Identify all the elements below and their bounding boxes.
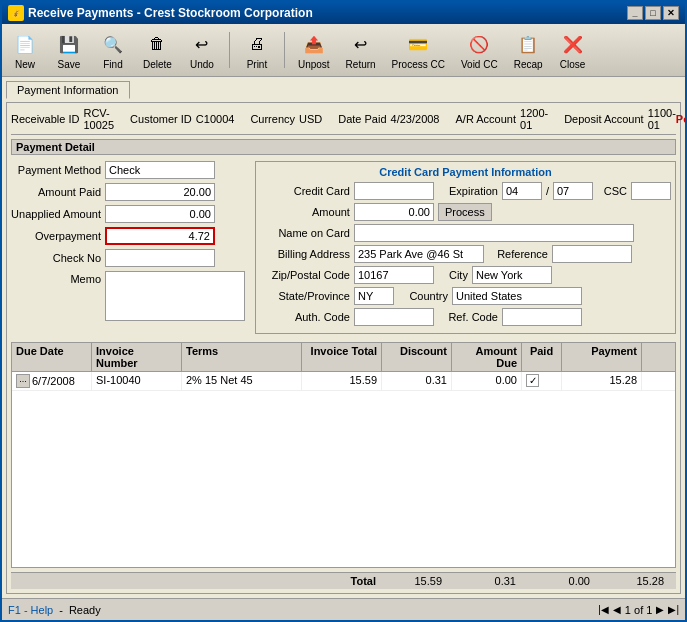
cc-reference-label: Reference bbox=[488, 248, 548, 260]
row-nav-button[interactable]: ··· bbox=[16, 374, 30, 388]
paid-checkbox[interactable]: ✓ bbox=[526, 374, 539, 387]
status-text: Ready bbox=[69, 604, 101, 616]
col-header-payment: Payment bbox=[562, 343, 642, 371]
overpayment-row: Overpayment bbox=[11, 227, 247, 245]
check-no-label: Check No bbox=[11, 252, 101, 264]
help-text: F1 - Help bbox=[8, 604, 53, 616]
cc-name-input[interactable] bbox=[354, 224, 634, 242]
memo-label: Memo bbox=[11, 271, 101, 285]
col-header-due: Amount Due bbox=[452, 343, 522, 371]
last-page-button[interactable]: ▶| bbox=[668, 604, 679, 615]
cc-zip-input[interactable] bbox=[354, 266, 434, 284]
cc-ref-code-label: Ref. Code bbox=[438, 311, 498, 323]
minimize-button[interactable]: _ bbox=[627, 6, 643, 20]
ar-account-value: 1200-01 bbox=[520, 107, 548, 131]
find-button[interactable]: 🔍 Find bbox=[94, 27, 132, 73]
print-button[interactable]: 🖨 Print bbox=[238, 27, 276, 73]
col-header-total: Invoice Total bbox=[302, 343, 382, 371]
cc-billing-label: Billing Address bbox=[260, 248, 350, 260]
void-cc-icon: 🚫 bbox=[465, 30, 493, 58]
currency-group: Currency USD bbox=[250, 113, 322, 125]
status-left: F1 - Help - Ready bbox=[8, 604, 101, 616]
cc-exp-year-input[interactable] bbox=[553, 182, 593, 200]
close-window-button[interactable]: ✕ bbox=[663, 6, 679, 20]
customer-id-value: C10004 bbox=[196, 113, 235, 125]
page-info: 1 of 1 bbox=[625, 604, 653, 616]
void-cc-button[interactable]: 🚫 Void CC bbox=[456, 27, 503, 73]
col-header-invoice: Invoice Number bbox=[92, 343, 182, 371]
return-icon: ↩ bbox=[347, 30, 375, 58]
memo-textarea[interactable] bbox=[105, 271, 245, 321]
left-form: Payment Method Amount Paid Unapplied Amo… bbox=[11, 161, 247, 334]
grid-empty-space bbox=[12, 391, 675, 491]
cc-auth-row: Auth. Code Ref. Code bbox=[260, 308, 671, 326]
amount-paid-label: Amount Paid bbox=[11, 186, 101, 198]
delete-icon: 🗑 bbox=[143, 30, 171, 58]
undo-button[interactable]: ↩ Undo bbox=[183, 27, 221, 73]
process-cc-icon: 💳 bbox=[404, 30, 432, 58]
first-page-button[interactable]: |◀ bbox=[598, 604, 609, 615]
cell-payment: 15.28 bbox=[562, 372, 642, 390]
check-no-input[interactable] bbox=[105, 249, 215, 267]
date-paid-group: Date Paid 4/23/2008 bbox=[338, 113, 439, 125]
print-label: Print bbox=[247, 59, 268, 70]
cc-csc-input[interactable] bbox=[631, 182, 671, 200]
unpost-button[interactable]: 📤 Unpost bbox=[293, 27, 335, 73]
cell-amount-due: 0.00 bbox=[452, 372, 522, 390]
cc-exp-month-input[interactable] bbox=[502, 182, 542, 200]
find-icon: 🔍 bbox=[99, 30, 127, 58]
save-button[interactable]: 💾 Save bbox=[50, 27, 88, 73]
cc-card-label: Credit Card bbox=[260, 185, 350, 197]
cc-country-input[interactable] bbox=[452, 287, 582, 305]
payment-method-label: Payment Method bbox=[11, 164, 101, 176]
delete-label: Delete bbox=[143, 59, 172, 70]
cc-country-label: Country bbox=[398, 290, 448, 302]
prev-page-button[interactable]: ◀ bbox=[613, 604, 621, 615]
footer-total-discount: 0.31 bbox=[454, 575, 524, 587]
payment-method-input[interactable] bbox=[105, 161, 215, 179]
new-label: New bbox=[15, 59, 35, 70]
cc-state-label: State/Province bbox=[260, 290, 350, 302]
new-button[interactable]: 📄 New bbox=[6, 27, 44, 73]
process-cc-button[interactable]: 💳 Process CC bbox=[387, 27, 450, 73]
col-header-due-date: Due Date bbox=[12, 343, 92, 371]
cell-discount: 0.31 bbox=[382, 372, 452, 390]
cc-card-input[interactable] bbox=[354, 182, 434, 200]
credit-card-section: Credit Card Payment Information Credit C… bbox=[255, 161, 676, 334]
cc-expiration-label: Expiration bbox=[438, 185, 498, 197]
cc-state-input[interactable] bbox=[354, 287, 394, 305]
delete-button[interactable]: 🗑 Delete bbox=[138, 27, 177, 73]
maximize-button[interactable]: □ bbox=[645, 6, 661, 20]
customer-id-label: Customer ID bbox=[130, 113, 192, 125]
next-page-button[interactable]: ▶ bbox=[656, 604, 664, 615]
recap-button[interactable]: 📋 Recap bbox=[509, 27, 548, 73]
amount-paid-input[interactable] bbox=[105, 183, 215, 201]
amount-paid-row: Amount Paid bbox=[11, 183, 247, 201]
cc-amount-input[interactable] bbox=[354, 203, 434, 221]
return-label: Return bbox=[346, 59, 376, 70]
date-paid-value: 4/23/2008 bbox=[391, 113, 440, 125]
print-icon: 🖨 bbox=[243, 30, 271, 58]
receivable-id-group: Receivable ID RCV-10025 bbox=[11, 107, 114, 131]
tab-bar: Payment Information bbox=[6, 81, 681, 99]
cc-process-button[interactable]: Process bbox=[438, 203, 492, 221]
save-icon: 💾 bbox=[55, 30, 83, 58]
cc-billing-input[interactable] bbox=[354, 245, 484, 263]
tab-payment-information[interactable]: Payment Information bbox=[6, 81, 130, 99]
cell-terms: 2% 15 Net 45 bbox=[182, 372, 302, 390]
cc-auth-input[interactable] bbox=[354, 308, 434, 326]
overpayment-input[interactable] bbox=[105, 227, 215, 245]
cc-state-row: State/Province Country bbox=[260, 287, 671, 305]
return-button[interactable]: ↩ Return bbox=[341, 27, 381, 73]
status-bar: F1 - Help - Ready |◀ ◀ 1 of 1 ▶ ▶| bbox=[2, 598, 685, 620]
cc-city-input[interactable] bbox=[472, 266, 552, 284]
close-button[interactable]: ❌ Close bbox=[554, 27, 592, 73]
cc-reference-input[interactable] bbox=[552, 245, 632, 263]
memo-row: Memo bbox=[11, 271, 247, 321]
cc-title: Credit Card Payment Information bbox=[260, 166, 671, 178]
unapplied-row: Unapplied Amount bbox=[11, 205, 247, 223]
overpayment-label: Overpayment bbox=[11, 230, 101, 242]
unapplied-input[interactable] bbox=[105, 205, 215, 223]
status-right: |◀ ◀ 1 of 1 ▶ ▶| bbox=[598, 604, 679, 616]
cc-ref-code-input[interactable] bbox=[502, 308, 582, 326]
